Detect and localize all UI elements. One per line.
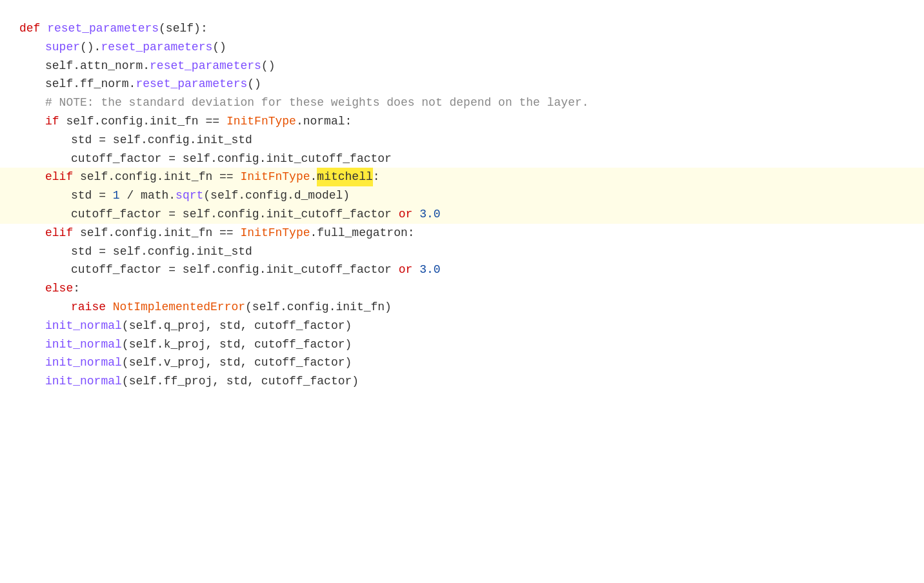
code-token: math. bbox=[134, 186, 176, 205]
code-token: cutoff_factor bbox=[71, 205, 168, 224]
code-token: 3.0 bbox=[419, 205, 440, 224]
code-token: . bbox=[310, 168, 317, 186]
code-token: init_normal bbox=[45, 317, 122, 335]
code-line: def reset_parameters(self): bbox=[0, 19, 924, 38]
code-token: InitFnType bbox=[240, 168, 310, 186]
code-token bbox=[412, 205, 419, 224]
code-token: raise bbox=[71, 298, 113, 317]
code-token: (self.k_proj, std, cutoff_factor) bbox=[122, 335, 352, 354]
code-token bbox=[234, 168, 241, 186]
code-token: # NOTE: the standard deviation for these… bbox=[45, 94, 589, 112]
code-token: = bbox=[168, 261, 176, 279]
code-token bbox=[219, 112, 226, 131]
code-token: self.config.init_fn bbox=[80, 168, 219, 186]
code-token bbox=[234, 224, 241, 242]
code-token: or bbox=[399, 205, 413, 224]
code-token: self.config.init_cutoff_factor bbox=[176, 261, 399, 279]
code-token: () bbox=[212, 38, 226, 57]
code-token: std bbox=[71, 242, 99, 261]
code-line: raise NotImplementedError(self.config.in… bbox=[0, 298, 924, 317]
code-token: init_normal bbox=[45, 335, 122, 354]
code-token: (self.q_proj, std, cutoff_factor) bbox=[122, 317, 352, 335]
code-line: cutoff_factor = self.config.init_cutoff_… bbox=[0, 261, 924, 279]
code-token: = bbox=[99, 242, 106, 261]
code-token: : bbox=[373, 168, 380, 186]
code-token: self bbox=[166, 19, 194, 38]
code-line: elif self.config.init_fn == InitFnType.f… bbox=[0, 224, 924, 242]
code-line: if self.config.init_fn == InitFnType.nor… bbox=[0, 112, 924, 131]
code-line: init_normal(self.q_proj, std, cutoff_fac… bbox=[0, 317, 924, 335]
code-token: self.config.init_fn bbox=[66, 112, 205, 131]
code-token: self.config.init_std bbox=[106, 242, 252, 261]
code-token: ( bbox=[159, 19, 166, 38]
code-token: super bbox=[45, 38, 80, 57]
code-token: self.config.init_std bbox=[106, 131, 252, 150]
code-line: std = self.config.init_std bbox=[0, 131, 924, 150]
code-line: self.ff_norm.reset_parameters() bbox=[0, 75, 924, 94]
code-token: 3.0 bbox=[419, 261, 440, 279]
code-token: def bbox=[19, 19, 47, 38]
code-token: (). bbox=[80, 38, 101, 57]
code-token: == bbox=[219, 168, 234, 186]
code-token: == bbox=[219, 224, 234, 242]
code-line: super().reset_parameters() bbox=[0, 38, 924, 57]
code-token: reset_parameters bbox=[150, 57, 261, 75]
code-token: ): bbox=[194, 19, 208, 38]
code-token: 1 bbox=[113, 186, 120, 205]
code-line: init_normal(self.v_proj, std, cutoff_fac… bbox=[0, 353, 924, 372]
code-token: sqrt bbox=[176, 186, 203, 205]
code-line: std = 1 / math.sqrt(self.config.d_model) bbox=[0, 186, 924, 205]
code-token bbox=[106, 186, 113, 205]
code-line: cutoff_factor = self.config.init_cutoff_… bbox=[0, 205, 924, 224]
code-token: : bbox=[73, 279, 80, 298]
code-token: reset_parameters bbox=[101, 38, 212, 57]
code-token: (self.v_proj, std, cutoff_factor) bbox=[122, 353, 352, 372]
code-token: if bbox=[45, 112, 66, 131]
code-token: std bbox=[71, 131, 99, 150]
code-token: self.config.init_cutoff_factor bbox=[176, 150, 392, 168]
code-line: init_normal(self.k_proj, std, cutoff_fac… bbox=[0, 335, 924, 354]
code-line: std = self.config.init_std bbox=[0, 242, 924, 261]
code-line: init_normal(self.ff_proj, std, cutoff_fa… bbox=[0, 372, 924, 391]
code-token: (self.config.init_fn) bbox=[245, 298, 392, 317]
code-token: (self.ff_proj, std, cutoff_factor) bbox=[122, 372, 359, 391]
code-token: elif bbox=[45, 224, 80, 242]
code-token: .normal: bbox=[296, 112, 352, 131]
code-token: () bbox=[261, 57, 276, 75]
code-token: = bbox=[168, 150, 176, 168]
code-token: InitFnType bbox=[240, 224, 310, 242]
code-token: = bbox=[99, 131, 106, 150]
code-token: self.config.init_cutoff_factor bbox=[176, 205, 399, 224]
code-token: elif bbox=[45, 168, 80, 186]
code-line: cutoff_factor = self.config.init_cutoff_… bbox=[0, 150, 924, 168]
code-token: std bbox=[71, 186, 99, 205]
code-token: cutoff_factor bbox=[71, 261, 168, 279]
code-token: init_normal bbox=[45, 353, 122, 372]
code-token: reset_parameters bbox=[47, 19, 159, 38]
code-token: NotImplementedError bbox=[113, 298, 245, 317]
code-token: cutoff_factor bbox=[71, 150, 168, 168]
code-token: else bbox=[45, 279, 73, 298]
code-token: = bbox=[168, 205, 176, 224]
code-token: InitFnType bbox=[226, 112, 296, 131]
code-token: .full_megatron: bbox=[310, 224, 415, 242]
code-line: elif self.config.init_fn == InitFnType.m… bbox=[0, 168, 924, 186]
code-line: else: bbox=[0, 279, 924, 298]
code-token: () bbox=[247, 75, 261, 94]
code-token: self.config.init_fn bbox=[80, 224, 219, 242]
code-token: = bbox=[99, 186, 106, 205]
code-token: (self.config.d_model) bbox=[203, 186, 350, 205]
code-line: # NOTE: the standard deviation for these… bbox=[0, 94, 924, 112]
code-block: def reset_parameters(self):super().reset… bbox=[0, 13, 924, 583]
code-token: self.ff_norm. bbox=[45, 75, 136, 94]
code-token: reset_parameters bbox=[136, 75, 247, 94]
code-token: or bbox=[399, 261, 413, 279]
code-token: / bbox=[126, 186, 134, 205]
code-token: mitchell bbox=[317, 168, 372, 186]
code-token: == bbox=[205, 112, 219, 131]
code-line: self.attn_norm.reset_parameters() bbox=[0, 57, 924, 75]
code-token bbox=[120, 186, 127, 205]
code-token: self.attn_norm. bbox=[45, 57, 150, 75]
code-token bbox=[412, 261, 419, 279]
code-token: init_normal bbox=[45, 372, 122, 391]
